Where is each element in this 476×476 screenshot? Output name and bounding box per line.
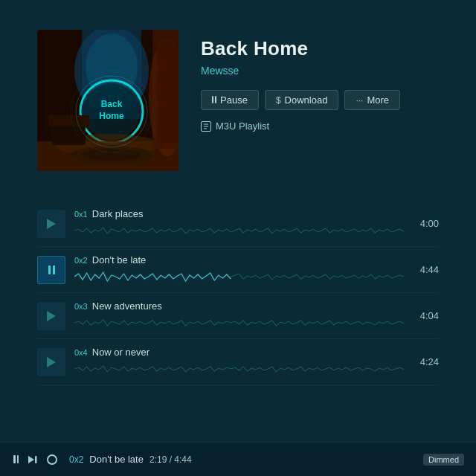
player-current-time: 2:19 bbox=[149, 454, 167, 465]
track-item-3[interactable]: 0x3 New adventures 4:04 bbox=[37, 293, 439, 339]
svg-rect-11 bbox=[48, 115, 89, 126]
track-meta-1: 0x1 Dark places bbox=[74, 208, 404, 219]
track-thumb-3 bbox=[37, 302, 65, 330]
player-next-button[interactable] bbox=[26, 453, 39, 466]
waveform-2 bbox=[74, 268, 404, 285]
track-name-3: New adventures bbox=[92, 300, 162, 312]
more-button[interactable]: ··· More bbox=[344, 90, 400, 110]
player-pause-icon bbox=[13, 455, 19, 463]
track-number-1: 0x1 bbox=[74, 210, 88, 219]
track-number-4: 0x4 bbox=[74, 348, 88, 357]
dimmed-badge: Dimmed bbox=[423, 454, 464, 466]
playlist-label: M3U Playlist bbox=[216, 120, 269, 132]
player-track-name: Don't be late bbox=[89, 454, 144, 465]
player-track-info: 0x2 Don't be late 2:19 / 4:44 bbox=[69, 454, 413, 465]
track-name-2: Don't be late bbox=[92, 254, 147, 266]
playlist-link[interactable]: M3U Playlist bbox=[201, 120, 439, 132]
track-thumb-4 bbox=[37, 348, 65, 376]
player-bar: 0x2 Don't be late 2:19 / 4:44 Dimmed bbox=[0, 442, 476, 476]
next-icon bbox=[28, 454, 38, 465]
loop-icon bbox=[47, 454, 57, 465]
pause-button[interactable]: Pause bbox=[201, 90, 259, 110]
player-track-number: 0x2 bbox=[69, 454, 83, 465]
album-title: Back Home bbox=[201, 37, 439, 60]
track-item[interactable]: 0x1 Dark places 4:00 bbox=[37, 201, 439, 247]
svg-marker-18 bbox=[28, 456, 34, 463]
track-main-2: 0x2 Don't be late bbox=[74, 254, 404, 285]
pause-label: Pause bbox=[220, 94, 248, 106]
svg-rect-19 bbox=[35, 456, 37, 463]
download-label: Download bbox=[285, 94, 328, 106]
pause-icon bbox=[212, 95, 216, 106]
track-duration-1: 4:00 bbox=[413, 218, 439, 229]
track-name-4: Now or never bbox=[92, 347, 149, 358]
album-info: Back Home Mewsse Pause $ Download bbox=[201, 30, 439, 132]
track-meta-2: 0x2 Don't be late bbox=[74, 254, 404, 266]
play-icon-4 bbox=[47, 357, 56, 367]
more-icon: ··· bbox=[356, 95, 363, 106]
waveform-1 bbox=[74, 222, 404, 239]
player-time: 2:19 / 4:44 bbox=[149, 454, 192, 465]
player-pause-button[interactable] bbox=[12, 454, 20, 465]
track-number-3: 0x3 bbox=[74, 302, 88, 311]
play-icon-1 bbox=[47, 219, 56, 229]
main-content: Back Home Back bbox=[0, 0, 476, 385]
action-buttons: Pause $ Download ··· More bbox=[201, 90, 439, 110]
pause-icon-2 bbox=[48, 266, 55, 274]
more-label: More bbox=[367, 94, 389, 106]
track-item-playing[interactable]: 0x2 Don't be late 4:44 bbox=[37, 247, 439, 293]
track-main-3: 0x3 New adventures bbox=[74, 300, 404, 331]
track-list: 0x1 Dark places 4:00 bbox=[37, 201, 439, 385]
svg-text:Home: Home bbox=[99, 111, 124, 121]
track-meta-4: 0x4 Now or never bbox=[74, 347, 404, 358]
svg-point-15 bbox=[82, 149, 141, 161]
waveform-3 bbox=[74, 315, 404, 331]
svg-text:Back: Back bbox=[101, 99, 123, 109]
album-section: Back Home Back bbox=[37, 30, 439, 171]
track-duration-3: 4:04 bbox=[413, 310, 439, 321]
download-icon: $ bbox=[276, 95, 281, 106]
waveform-4 bbox=[74, 361, 404, 377]
player-total-time: 4:44 bbox=[174, 454, 191, 465]
track-main-1: 0x1 Dark places bbox=[74, 208, 404, 239]
album-art: Back Home bbox=[37, 30, 178, 171]
play-icon-3 bbox=[47, 311, 56, 321]
track-thumb-2 bbox=[37, 256, 65, 284]
track-meta-3: 0x3 New adventures bbox=[74, 300, 404, 312]
track-duration-4: 4:24 bbox=[413, 356, 439, 367]
track-main-4: 0x4 Now or never bbox=[74, 347, 404, 377]
track-item-4[interactable]: 0x4 Now or never 4:24 bbox=[37, 339, 439, 385]
player-loop-button[interactable] bbox=[45, 453, 59, 466]
playlist-icon bbox=[201, 121, 211, 132]
track-number-2: 0x2 bbox=[74, 256, 88, 265]
track-name-1: Dark places bbox=[92, 208, 144, 219]
album-artist: Mewsse bbox=[201, 65, 439, 77]
track-duration-2: 4:44 bbox=[413, 264, 439, 275]
player-controls bbox=[12, 453, 59, 466]
download-button[interactable]: $ Download bbox=[265, 90, 339, 110]
track-thumb-1 bbox=[37, 210, 65, 238]
